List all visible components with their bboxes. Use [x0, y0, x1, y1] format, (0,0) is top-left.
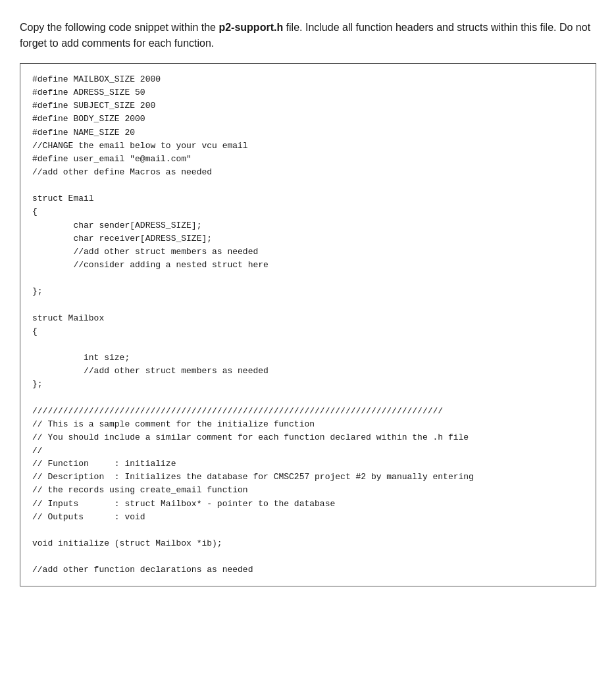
- intro-bold-filename: p2-support.h: [218, 22, 283, 33]
- intro-text-before-bold: Copy the following code snippet within t…: [20, 22, 218, 33]
- code-content: #define MAILBOX_SIZE 2000 #define ADRESS…: [32, 73, 584, 577]
- code-snippet-box: #define MAILBOX_SIZE 2000 #define ADRESS…: [20, 63, 596, 586]
- intro-paragraph: Copy the following code snippet within t…: [20, 20, 592, 51]
